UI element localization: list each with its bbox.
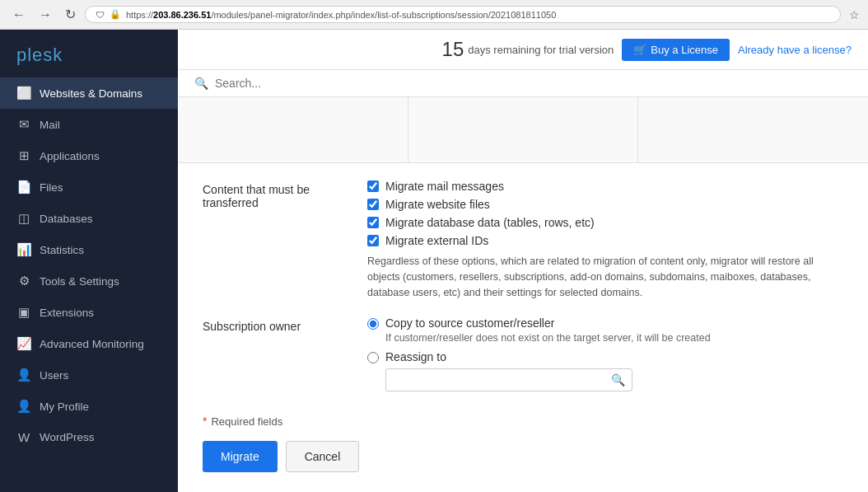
sidebar-item-databases[interactable]: ◫ Databases	[0, 203, 178, 234]
sidebar-item-label: Files	[40, 181, 63, 194]
url-text: https://203.86.236.51/modules/panel-migr…	[126, 10, 556, 20]
sidebar-item-label: Databases	[40, 213, 93, 225]
sidebar-item-label: Users	[40, 369, 68, 382]
checkbox-migrate-external: Migrate external IDs	[367, 234, 843, 247]
migrate-external-label[interactable]: Migrate external IDs	[385, 234, 488, 247]
button-row: Migrate Cancel	[203, 441, 843, 472]
migrate-website-checkbox[interactable]	[367, 199, 379, 210]
sidebar-item-label: WordPress	[40, 431, 95, 443]
trial-days: 15	[442, 38, 464, 61]
databases-icon: ◫	[16, 211, 31, 226]
top-banner: 15 days remaining for trial version 🛒 Bu…	[178, 30, 868, 70]
advanced-monitoring-icon: 📈	[16, 336, 31, 351]
already-license-link[interactable]: Already have a license?	[738, 44, 852, 56]
copy-source-label: Copy to source customer/reseller	[385, 316, 711, 330]
checkbox-migrate-database: Migrate database data (tables, rows, etc…	[367, 216, 843, 229]
users-icon: 👤	[16, 368, 31, 382]
search-bar: 🔍	[178, 70, 868, 97]
sidebar: plesk ⬜ Websites & Domains ✉ Mail ⊞ Appl…	[0, 30, 178, 492]
forward-button[interactable]: →	[35, 6, 56, 24]
radio-reassign: Reassign to 🔍	[367, 350, 843, 391]
required-fields-row: * Required fields	[203, 415, 843, 428]
sidebar-item-label: Advanced Monitoring	[40, 338, 144, 350]
sidebar-item-label: Statistics	[40, 244, 84, 256]
applications-icon: ⊞	[16, 148, 31, 163]
sidebar-item-users[interactable]: 👤 Users	[0, 359, 178, 391]
sidebar-item-advanced-monitoring[interactable]: 📈 Advanced Monitoring	[0, 328, 178, 359]
cancel-button[interactable]: Cancel	[286, 441, 360, 472]
browser-chrome: ← → ↻ 🛡 🔒 https://203.86.236.51/modules/…	[0, 0, 868, 30]
reassign-search-icon[interactable]: 🔍	[611, 373, 625, 387]
reassign-to-label: Reassign to	[385, 350, 632, 363]
copy-source-radio[interactable]	[367, 318, 379, 330]
collapsed-box-3	[638, 97, 868, 162]
sidebar-item-statistics[interactable]: 📊 Statistics	[0, 234, 178, 265]
reassign-radio-content: Reassign to 🔍	[385, 350, 632, 391]
content-transfer-field: Migrate mail messages Migrate website fi…	[367, 180, 843, 300]
content-inner: Content that must be transferred Migrate…	[178, 163, 868, 489]
bookmark-icon[interactable]: ☆	[849, 8, 860, 21]
migrate-website-label[interactable]: Migrate website files	[385, 198, 490, 211]
buy-license-label: Buy a License	[651, 44, 718, 56]
checkbox-migrate-mail: Migrate mail messages	[367, 180, 843, 193]
sidebar-item-label: Websites & Domains	[40, 87, 142, 100]
sidebar-logo: plesk	[0, 30, 178, 77]
migrate-mail-checkbox[interactable]	[367, 180, 379, 192]
sidebar-item-files[interactable]: 📄 Files	[0, 171, 178, 203]
sidebar-item-tools-settings[interactable]: ⚙ Tools & Settings	[0, 265, 178, 297]
address-bar[interactable]: 🛡 🔒 https://203.86.236.51/modules/panel-…	[85, 6, 841, 23]
subscription-owner-field: Copy to source customer/reseller If cust…	[367, 316, 843, 398]
reassign-to-radio[interactable]	[367, 352, 379, 363]
collapsed-box-2	[408, 97, 639, 162]
plesk-logo-text: plesk	[16, 45, 63, 65]
refresh-button[interactable]: ↻	[61, 5, 80, 24]
migrate-external-checkbox[interactable]	[367, 235, 379, 246]
lock-icon: 🔒	[110, 9, 121, 20]
migrate-database-checkbox[interactable]	[367, 217, 379, 228]
trial-text: days remaining for trial version	[468, 44, 614, 56]
sidebar-item-label: Tools & Settings	[40, 275, 119, 288]
main-content: Content that must be transferred Migrate…	[178, 163, 868, 492]
back-button[interactable]: ←	[8, 6, 30, 24]
checkbox-migrate-website: Migrate website files	[367, 198, 843, 211]
content-transfer-label: Content that must be transferred	[203, 180, 367, 300]
buy-license-button[interactable]: 🛒 Buy a License	[622, 39, 730, 61]
sidebar-item-mail[interactable]: ✉ Mail	[0, 109, 178, 140]
content-transfer-row: Content that must be transferred Migrate…	[203, 180, 843, 300]
search-icon: 🔍	[194, 77, 208, 90]
sidebar-item-applications[interactable]: ⊞ Applications	[0, 140, 178, 171]
sidebar-item-label: Mail	[40, 119, 60, 131]
required-star: *	[203, 415, 207, 428]
sidebar-item-label: Extensions	[40, 307, 94, 319]
sidebar-item-websites-domains[interactable]: ⬜ Websites & Domains	[0, 77, 178, 109]
search-input[interactable]	[215, 77, 380, 90]
collapsed-box-1	[178, 97, 408, 162]
radio-group-owner: Copy to source customer/reseller If cust…	[367, 316, 843, 398]
mail-icon: ✉	[16, 117, 31, 132]
radio-copy-source: Copy to source customer/reseller If cust…	[367, 316, 843, 344]
required-text: Required fields	[211, 415, 282, 428]
buy-license-icon: 🛒	[633, 44, 646, 56]
trial-info: 15 days remaining for trial version	[442, 38, 614, 61]
migrate-database-label[interactable]: Migrate database data (tables, rows, etc…	[385, 216, 595, 229]
migrate-button[interactable]: Migrate	[203, 441, 278, 472]
wordpress-icon: W	[16, 430, 31, 444]
reassign-search-input[interactable]	[393, 374, 611, 387]
sidebar-item-label: My Profile	[40, 401, 89, 413]
migrate-mail-label[interactable]: Migrate mail messages	[385, 180, 504, 193]
sidebar-item-wordpress[interactable]: W WordPress	[0, 422, 178, 452]
websites-domains-icon: ⬜	[16, 86, 31, 101]
content-area: 15 days remaining for trial version 🛒 Bu…	[178, 30, 868, 492]
subscription-owner-label: Subscription owner	[203, 316, 367, 398]
shield-icon: 🛡	[96, 10, 105, 20]
reassign-search-field: 🔍	[385, 368, 632, 391]
sidebar-item-extensions[interactable]: ▣ Extensions	[0, 297, 178, 328]
extensions-icon: ▣	[16, 305, 31, 320]
my-profile-icon: 👤	[16, 399, 31, 414]
copy-source-radio-content: Copy to source customer/reseller If cust…	[385, 316, 711, 344]
statistics-icon: 📊	[16, 242, 31, 257]
tools-settings-icon: ⚙	[16, 274, 31, 288]
sidebar-item-my-profile[interactable]: 👤 My Profile	[0, 391, 178, 422]
files-icon: 📄	[16, 180, 31, 194]
collapsed-boxes	[178, 97, 868, 163]
